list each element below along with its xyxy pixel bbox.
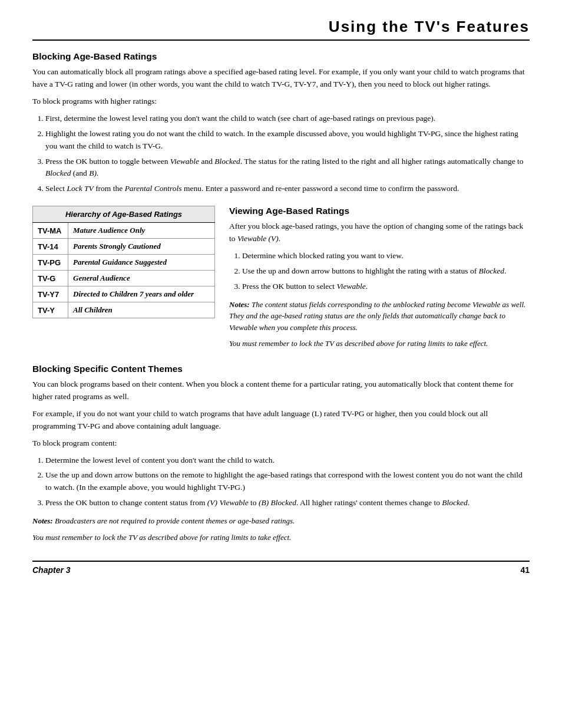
- section3-step3: Press the OK button to change content st…: [45, 497, 530, 509]
- ratings-table-col: Hierarchy of Age-Based Ratings TV-MA Mat…: [32, 206, 215, 318]
- section1-step4: Select Lock TV from the Parental Control…: [45, 183, 530, 195]
- section2-step3: Press the OK button to select Viewable.: [242, 281, 530, 293]
- table-title: Hierarchy of Age-Based Ratings: [33, 206, 215, 223]
- page-title: Using the TV's Features: [329, 18, 530, 36]
- table-desc-tvpg: Parental Guidance Suggested: [68, 255, 215, 271]
- table-row: TV-14 Parents Strongly Cautioned: [33, 239, 215, 255]
- section1-step1: First, determine the lowest level rating…: [45, 113, 530, 125]
- section1-para1: You can automatically block all program …: [32, 66, 530, 91]
- page-footer: Chapter 3 41: [32, 561, 530, 575]
- two-col-section: Hierarchy of Age-Based Ratings TV-MA Mat…: [32, 206, 530, 353]
- section1-steps: First, determine the lowest level rating…: [45, 113, 530, 196]
- section1-step2: Highlight the lowest rating you do not w…: [45, 128, 530, 153]
- section3-heading: Blocking Specific Content Themes: [32, 364, 530, 374]
- table-code-tvy7: TV-Y7: [33, 286, 68, 302]
- page: Using the TV's Features Blocking Age-Bas…: [0, 0, 562, 728]
- table-row: TV-G General Audience: [33, 271, 215, 286]
- footer-page: 41: [520, 565, 530, 575]
- table-desc-tvma: Mature Audience Only: [68, 223, 215, 239]
- section2-notes2: You must remember to lock the TV as desc…: [229, 338, 530, 350]
- ratings-table: Hierarchy of Age-Based Ratings TV-MA Mat…: [32, 206, 215, 318]
- table-code-tvpg: TV-PG: [33, 255, 68, 271]
- table-row: TV-Y7 Directed to Children 7 years and o…: [33, 286, 215, 302]
- section3-notes2: You must remember to lock the TV as desc…: [32, 532, 530, 543]
- section1-heading: Blocking Age-Based Ratings: [32, 51, 530, 62]
- section3-notes1: Notes: Broadcasters are not required to …: [32, 515, 530, 527]
- table-code-tvy: TV-Y: [33, 302, 68, 318]
- section-viewing-age: Viewing Age-Based Ratings After you bloc…: [229, 206, 530, 353]
- section1-step3: Press the OK button to toggle between Vi…: [45, 156, 530, 180]
- page-header: Using the TV's Features: [32, 18, 530, 41]
- section3-step2: Use the up and down arrow buttons on the…: [45, 469, 530, 494]
- table-desc-tvy: All Children: [68, 302, 215, 318]
- section2-para1: After you block age-based ratings, you h…: [229, 220, 530, 245]
- section2-step1: Determine which blocked rating you want …: [242, 250, 530, 262]
- table-code-tv14: TV-14: [33, 239, 68, 255]
- table-row: TV-Y All Children: [33, 302, 215, 318]
- table-row: TV-MA Mature Audience Only: [33, 223, 215, 239]
- section3-para1: You can block programs based on their co…: [32, 378, 530, 403]
- table-desc-tv14: Parents Strongly Cautioned: [68, 239, 215, 255]
- table-row: TV-PG Parental Guidance Suggested: [33, 255, 215, 271]
- section2-step2: Use the up and down arrow buttons to hig…: [242, 265, 530, 278]
- table-code-tvg: TV-G: [33, 271, 68, 286]
- section2-heading: Viewing Age-Based Ratings: [229, 206, 530, 216]
- table-desc-tvy7: Directed to Children 7 years and older: [68, 286, 215, 302]
- section-blocking-age: Blocking Age-Based Ratings You can autom…: [32, 51, 530, 195]
- footer-chapter: Chapter 3: [32, 565, 71, 575]
- table-desc-tvg: General Audience: [68, 271, 215, 286]
- section2-steps: Determine which blocked rating you want …: [242, 250, 530, 293]
- table-code-tvma: TV-MA: [33, 223, 68, 239]
- section3-para2: For example, if you do not want your chi…: [32, 408, 530, 433]
- section2-notes1: Notes: The content status fields corresp…: [229, 299, 530, 334]
- section-blocking-content: Blocking Specific Content Themes You can…: [32, 364, 530, 543]
- section3-step1: Determine the lowest level of content yo…: [45, 454, 530, 467]
- section3-para3: To block program content:: [32, 437, 530, 450]
- section3-steps: Determine the lowest level of content yo…: [45, 454, 530, 510]
- section1-para2: To block programs with higher ratings:: [32, 95, 530, 108]
